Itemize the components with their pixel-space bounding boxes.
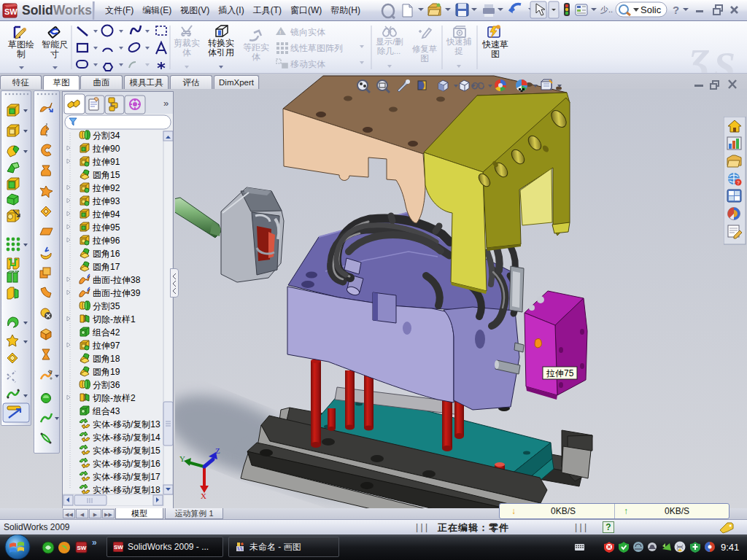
svg-text:智能尺: 智能尺: [42, 39, 68, 50]
svg-text:圆角15: 圆角15: [93, 170, 120, 180]
svg-text:分割34: 分割34: [93, 131, 120, 141]
svg-text:拉伸95: 拉伸95: [92, 222, 120, 233]
svg-text:线性草图阵列: 线性草图阵列: [290, 43, 343, 53]
svg-text:曲面-拉伸38: 曲面-拉伸38: [93, 275, 141, 285]
svg-text:切除-放样1: 切除-放样1: [92, 314, 136, 324]
svg-text:SW: SW: [77, 545, 87, 551]
svg-text:!: !: [279, 29, 281, 36]
svg-text:实体-移动/复制17: 实体-移动/复制17: [93, 472, 160, 482]
svg-text:显示/删: 显示/删: [376, 37, 403, 46]
svg-text:曲面-拉伸39: 曲面-拉伸39: [93, 288, 141, 298]
svg-text:移动实体: 移动实体: [290, 59, 325, 69]
svg-text:9:41: 9:41: [721, 542, 739, 553]
svg-text:实体-移动/复制13: 实体-移动/复制13: [93, 419, 160, 429]
svg-text:快速草: 快速草: [481, 39, 508, 50]
svg-text:Ʒ: Ʒ: [685, 42, 710, 73]
svg-text:体: 体: [182, 47, 191, 58]
svg-text:圆角18: 圆角18: [93, 354, 120, 364]
svg-text:»: »: [163, 98, 169, 109]
svg-text:图: 图: [491, 49, 500, 59]
svg-text:X: X: [201, 491, 206, 500]
svg-text:草图绘: 草图绘: [8, 39, 34, 50]
svg-text:拉伸90: 拉伸90: [92, 144, 120, 154]
svg-text:SW: SW: [114, 544, 123, 551]
svg-text:实体-移动/复制14: 实体-移动/复制14: [93, 432, 160, 443]
svg-text:?: ?: [673, 4, 679, 16]
svg-text:制: 制: [17, 49, 26, 59]
svg-text:实体-移动/复制15: 实体-移动/复制15: [93, 446, 160, 456]
svg-text:实体-移动/复制18: 实体-移动/复制18: [93, 485, 160, 495]
svg-text:S: S: [713, 44, 735, 73]
svg-text:Z: Z: [215, 446, 220, 455]
svg-text:寸: 寸: [50, 49, 59, 59]
svg-text:实体-移动/复制16: 实体-移动/复制16: [93, 459, 160, 469]
svg-text:Solic: Solic: [640, 4, 662, 15]
svg-text:拉伸91: 拉伸91: [92, 157, 120, 167]
svg-text:拉伸94: 拉伸94: [92, 209, 120, 219]
svg-text:分割36: 分割36: [93, 380, 120, 390]
svg-text:Y: Y: [179, 454, 185, 463]
svg-text:»: »: [92, 537, 97, 548]
svg-text:拉伸96: 拉伸96: [92, 236, 120, 246]
svg-text:快速捕: 快速捕: [446, 37, 472, 46]
svg-text:组合42: 组合42: [92, 327, 120, 338]
svg-text:拉伸97: 拉伸97: [92, 341, 120, 351]
svg-text:图: 图: [420, 54, 429, 63]
svg-text:少..: 少..: [600, 5, 613, 14]
svg-text:组合43: 组合43: [92, 406, 120, 416]
svg-text:?: ?: [737, 180, 740, 185]
svg-text:剪裁实: 剪裁实: [174, 38, 200, 48]
svg-text:镜向实体: 镜向实体: [290, 27, 325, 37]
svg-text:等距实: 等距实: [243, 42, 269, 52]
svg-text:除几...: 除几...: [377, 47, 401, 55]
svg-text:拉伸75: 拉伸75: [546, 368, 574, 378]
svg-text:捉: 捉: [454, 47, 463, 55]
svg-text:转换实: 转换实: [208, 38, 234, 48]
svg-text:圆角19: 圆角19: [93, 367, 120, 377]
svg-text:切除-放样2: 切除-放样2: [92, 393, 136, 403]
svg-text:修复草: 修复草: [412, 44, 438, 53]
svg-text:体: 体: [252, 52, 260, 62]
svg-text:拉伸93: 拉伸93: [92, 196, 120, 206]
svg-text:SW: SW: [4, 7, 18, 16]
svg-text:圆角17: 圆角17: [93, 262, 120, 272]
svg-text:分割35: 分割35: [93, 301, 120, 311]
svg-text:拉伸92: 拉伸92: [92, 183, 120, 193]
svg-text:体引用: 体引用: [208, 47, 234, 58]
svg-text:圆角16: 圆角16: [93, 249, 120, 259]
